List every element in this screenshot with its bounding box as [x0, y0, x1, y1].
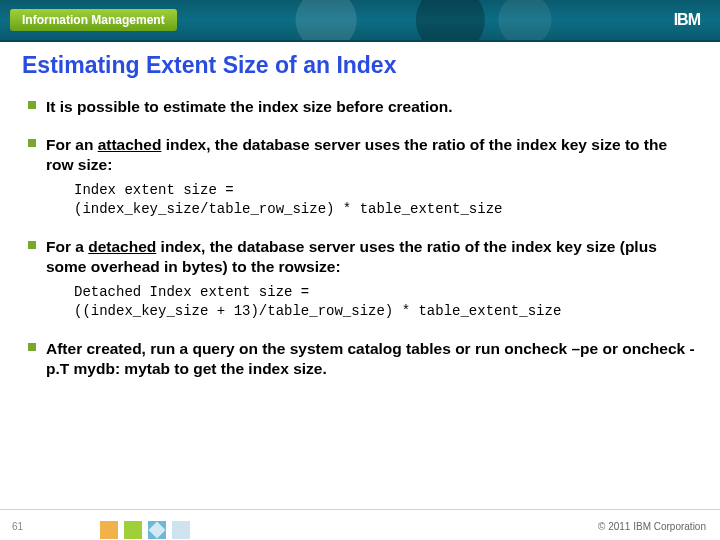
copyright-text: © 2011 IBM Corporation [598, 521, 706, 532]
formula-attached: Index extent size = (index_key_size/tabl… [74, 181, 698, 219]
footer: 61 © 2011 IBM Corporation [0, 509, 720, 540]
bullet-1: It is possible to estimate the index siz… [28, 97, 698, 117]
ibm-logo: IBM [674, 11, 700, 29]
square-icon [124, 521, 142, 539]
slide-body: Estimating Extent Size of an Index It is… [0, 42, 720, 380]
square-icon [100, 521, 118, 539]
brand-pill: Information Management [10, 9, 177, 31]
square-icon [172, 521, 190, 539]
bullet-list: It is possible to estimate the index siz… [22, 97, 698, 380]
bullet-3: For a detached index, the database serve… [28, 237, 698, 321]
formula-detached: Detached Index extent size = ((index_key… [74, 283, 698, 321]
square-icon [148, 521, 166, 539]
ibm-logo-text: IBM [674, 11, 700, 28]
bullet-3-pre: For a [46, 238, 88, 255]
bullet-2-pre: For an [46, 136, 98, 153]
bullet-4: After created, run a query on the system… [28, 339, 698, 379]
bullet-2: For an attached index, the database serv… [28, 135, 698, 219]
bullet-3-underline: detached [88, 238, 156, 255]
page-number: 61 [12, 521, 23, 532]
header-decoration [177, 0, 674, 40]
slide-title: Estimating Extent Size of an Index [22, 52, 698, 79]
bullet-2-underline: attached [98, 136, 162, 153]
header-bar: Information Management IBM [0, 0, 720, 42]
footer-squares [100, 521, 190, 539]
